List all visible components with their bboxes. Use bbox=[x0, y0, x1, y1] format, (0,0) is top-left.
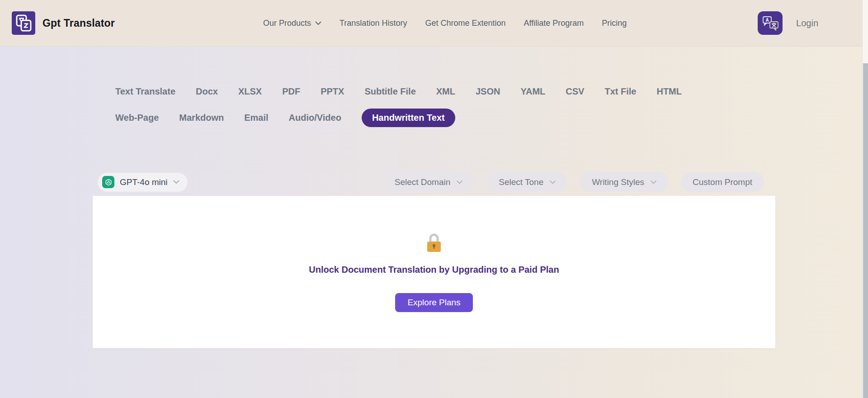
select-domain-dropdown[interactable]: Select Domain bbox=[383, 172, 475, 192]
tab-markdown[interactable]: Markdown bbox=[179, 113, 224, 123]
nav-our-products-label: Our Products bbox=[263, 19, 311, 28]
select-tone-dropdown[interactable]: Select Tone bbox=[487, 172, 567, 192]
select-tone-label: Select Tone bbox=[499, 177, 543, 187]
translator-speech-bubbles-icon: A bbox=[761, 14, 779, 32]
nav-links: Our Products Translation History Get Chr… bbox=[263, 0, 627, 46]
brand-name: Gpt Translator bbox=[42, 17, 115, 29]
navbar: Gpt Translator Our Products Translation … bbox=[0, 0, 868, 47]
custom-prompt-button[interactable]: Custom Prompt bbox=[681, 172, 764, 192]
nav-affiliate-program-label: Affiliate Program bbox=[524, 19, 584, 28]
nav-pricing-label: Pricing bbox=[602, 19, 627, 28]
custom-prompt-label: Custom Prompt bbox=[693, 177, 752, 187]
chevron-down-icon bbox=[651, 180, 656, 184]
brand[interactable]: Gpt Translator bbox=[12, 11, 115, 35]
scrollbar-thumb[interactable] bbox=[863, 63, 868, 398]
format-tabs-row-1: Text Translate Docx XLSX PDF PPTX Subtit… bbox=[115, 86, 775, 97]
tab-pptx[interactable]: PPTX bbox=[321, 86, 344, 97]
format-tabs-row-2: Web-Page Markdown Email Audio/Video Hand… bbox=[115, 109, 775, 127]
tab-xlsx[interactable]: XLSX bbox=[238, 86, 262, 97]
tab-web-page[interactable]: Web-Page bbox=[115, 113, 159, 123]
style-controls: Select Domain Select Tone Writing Styles bbox=[383, 172, 764, 192]
translation-controls: GPT-4o mini Select Domain Select Tone bbox=[93, 172, 775, 192]
nav-affiliate-program[interactable]: Affiliate Program bbox=[524, 19, 584, 28]
tab-audio-video[interactable]: Audio/Video bbox=[289, 113, 341, 123]
page: Gpt Translator Our Products Translation … bbox=[0, 0, 868, 398]
select-domain-label: Select Domain bbox=[395, 177, 451, 187]
chevron-down-icon bbox=[173, 180, 179, 184]
chevron-down-icon bbox=[457, 180, 462, 184]
model-selector[interactable]: GPT-4o mini bbox=[98, 173, 188, 192]
nav-get-chrome-extention[interactable]: Get Chrome Extention bbox=[425, 19, 505, 28]
tab-pdf[interactable]: PDF bbox=[282, 86, 300, 97]
login-link[interactable]: Login bbox=[796, 18, 818, 28]
nav-translation-history[interactable]: Translation History bbox=[340, 19, 407, 28]
upgrade-card: Unlock Document Translation by Upgrading… bbox=[93, 196, 775, 348]
content-column: Text Translate Docx XLSX PDF PPTX Subtit… bbox=[93, 47, 775, 348]
tab-subtitle-file[interactable]: Subtitle File bbox=[364, 86, 415, 97]
nav-translation-history-label: Translation History bbox=[340, 19, 407, 28]
tab-yaml[interactable]: YAML bbox=[520, 86, 545, 97]
explore-plans-button[interactable]: Explore Plans bbox=[395, 293, 472, 312]
writing-styles-dropdown[interactable]: Writing Styles bbox=[580, 172, 668, 192]
nav-pricing[interactable]: Pricing bbox=[602, 19, 627, 28]
translate-logo-icon[interactable] bbox=[12, 11, 35, 35]
chevron-down-icon bbox=[550, 180, 556, 184]
nav-right: A Login bbox=[758, 11, 818, 35]
openai-icon bbox=[102, 176, 114, 188]
tab-email[interactable]: Email bbox=[244, 113, 268, 123]
scrollbar[interactable] bbox=[862, 0, 868, 398]
tab-html[interactable]: HTML bbox=[656, 86, 682, 97]
translator-quick-button[interactable]: A bbox=[758, 11, 783, 35]
lock-icon bbox=[425, 232, 443, 253]
main-area: Text Translate Docx XLSX PDF PPTX Subtit… bbox=[0, 47, 868, 398]
tab-txt-file[interactable]: Txt File bbox=[604, 86, 636, 97]
upgrade-message: Unlock Document Translation by Upgrading… bbox=[309, 265, 559, 275]
svg-text:A: A bbox=[765, 18, 769, 23]
writing-styles-label: Writing Styles bbox=[592, 177, 644, 187]
tab-handwritten-text[interactable]: Handwritten Text bbox=[362, 109, 455, 127]
nav-get-chrome-extention-label: Get Chrome Extention bbox=[425, 19, 505, 28]
chevron-down-icon bbox=[315, 21, 321, 25]
tab-csv[interactable]: CSV bbox=[566, 86, 584, 97]
tab-text-translate[interactable]: Text Translate bbox=[115, 86, 175, 97]
tab-docx[interactable]: Docx bbox=[196, 86, 218, 97]
format-tabs: Text Translate Docx XLSX PDF PPTX Subtit… bbox=[93, 47, 775, 127]
model-selector-value: GPT-4o mini bbox=[120, 177, 168, 187]
tab-json[interactable]: JSON bbox=[476, 86, 500, 97]
tab-xml[interactable]: XML bbox=[436, 86, 455, 97]
nav-our-products[interactable]: Our Products bbox=[263, 19, 321, 28]
